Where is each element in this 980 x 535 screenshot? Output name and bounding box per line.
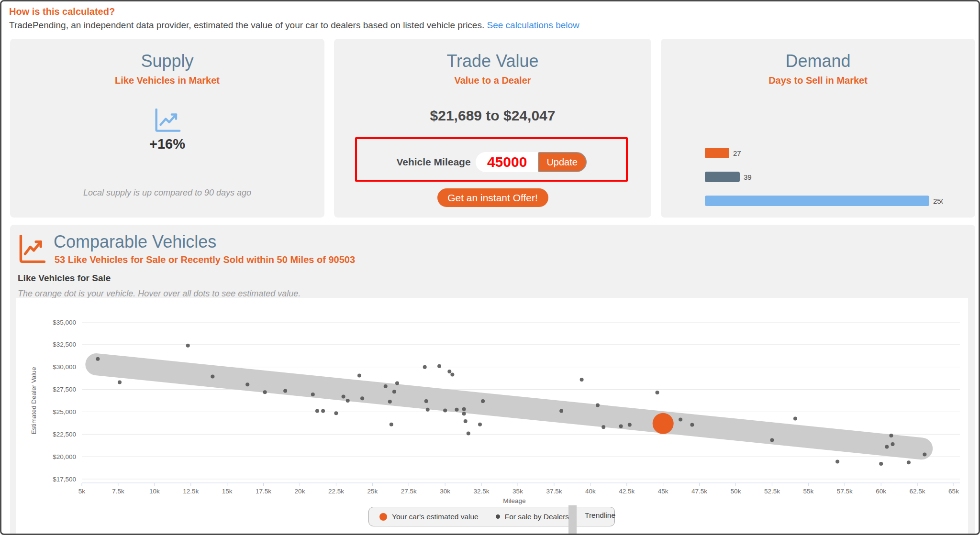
scatter-point[interactable] [437,364,441,368]
svg-text:42.5k: 42.5k [619,488,635,495]
scatter-point[interactable] [118,381,122,384]
scatter-chart-card: $17,500$20,000$22,500$25,000$27,500$30,0… [16,298,968,535]
header-body: TradePending, an independent data provid… [9,20,918,31]
orange-dot-icon [379,513,387,521]
scatter-point[interactable] [690,423,694,427]
svg-text:$22,500: $22,500 [53,431,76,438]
scatter-point[interactable] [770,438,774,442]
scatter-point[interactable] [443,409,447,413]
demand-bar[interactable] [705,172,740,182]
scatter-point[interactable] [580,378,584,382]
scatter-point[interactable] [879,462,883,466]
scatter-point[interactable] [464,419,468,423]
scatter-point[interactable] [392,390,396,393]
scatter-point[interactable] [263,390,267,394]
demand-bar[interactable] [705,196,929,206]
trade-value-range: $21,689 to $24,047 [334,108,651,124]
scatter-point[interactable] [321,409,325,413]
scatter-point[interactable] [426,408,430,412]
vehicle-mileage-label: Vehicle Mileage [396,156,470,168]
demand-bar-value: 27 [733,149,741,157]
chart-hint-note: The orange dot is your vehicle. Hover ov… [18,289,301,299]
scatter-point[interactable] [462,407,466,411]
scatter-point[interactable] [447,370,451,373]
scatter-chart[interactable]: $17,500$20,000$22,500$25,000$27,500$30,0… [16,298,968,506]
update-button[interactable]: Update [538,152,587,172]
demand-bar[interactable] [705,148,729,158]
scatter-point[interactable] [835,460,839,464]
scatter-point[interactable] [395,382,399,385]
scatter-point[interactable] [462,412,466,415]
gray-dot-icon [496,514,500,519]
trendline-swatch-icon [568,505,577,535]
scatter-point[interactable] [628,423,632,427]
scatter-point[interactable] [481,399,485,403]
your-vehicle-point[interactable] [653,413,674,434]
scatter-point[interactable] [455,408,459,412]
svg-text:22.5k: 22.5k [328,488,344,495]
scatter-point[interactable] [478,423,482,426]
scatter-point[interactable] [342,395,345,399]
legend-your-car-label: Your car's estimated value [392,513,479,521]
scatter-point[interactable] [601,425,605,429]
header-body-text: TradePending, an independent data provid… [9,20,484,30]
vehicle-mileage-input[interactable] [476,152,539,172]
scatter-point[interactable] [889,434,893,437]
svg-text:5k: 5k [78,488,86,495]
supply-heading: Supply [10,51,324,71]
svg-text:$17,500: $17,500 [53,476,76,483]
scatter-point[interactable] [357,374,361,378]
scatter-point[interactable] [390,423,393,426]
scatter-point[interactable] [793,417,797,421]
svg-text:7.5k: 7.5k [112,488,124,495]
scatter-point[interactable] [656,391,659,394]
svg-text:$25,000: $25,000 [53,408,76,415]
supply-subheading: Like Vehicles in Market [10,75,324,86]
svg-text:62.5k: 62.5k [910,488,925,495]
scatter-point[interactable] [596,403,600,407]
scatter-point[interactable] [311,393,315,396]
svg-text:45k: 45k [658,488,668,495]
svg-text:$27,500: $27,500 [53,386,76,393]
scatter-point[interactable] [388,400,392,404]
legend-item-your-car[interactable]: Your car's estimated value [379,513,479,521]
scatter-point[interactable] [450,373,454,377]
scatter-point[interactable] [211,374,214,378]
scatter-point[interactable] [423,365,427,369]
svg-text:37.5k: 37.5k [546,488,562,495]
trendline-band [96,364,922,448]
scatter-point[interactable] [360,396,364,400]
scatter-point[interactable] [186,344,190,348]
scatter-point[interactable] [96,357,100,361]
scatter-point[interactable] [679,417,682,421]
svg-text:17.5k: 17.5k [256,488,271,495]
demand-card: Demand Days to Sell in Market 2739250 Yo… [661,39,975,218]
scatter-point[interactable] [346,399,350,403]
section-title: Comparable Vehicles [54,232,216,252]
scatter-point[interactable] [467,431,470,435]
list-heading: Like Vehicles for Sale [18,273,111,284]
header-title: How is this calculated? [9,5,918,18]
supply-note: Local supply is up compared to 90 days a… [10,188,324,198]
scatter-point[interactable] [907,460,911,464]
legend-item-dealers[interactable]: For sale by Dealers [496,513,569,521]
scatter-point[interactable] [315,409,319,413]
scatter-point[interactable] [885,445,889,449]
svg-text:47.5k: 47.5k [691,488,707,495]
legend-trendline-label[interactable]: Trendline [585,511,615,520]
scatter-point[interactable] [424,399,428,403]
scatter-point[interactable] [619,424,623,428]
scatter-point[interactable] [559,409,563,413]
scatter-point[interactable] [283,389,287,393]
scatter-point[interactable] [334,411,338,415]
supply-card: Supply Like Vehicles in Market +16% Loca… [10,39,324,218]
svg-text:$35,000: $35,000 [53,319,76,326]
scatter-point[interactable] [891,442,895,446]
scatter-point[interactable] [384,384,388,388]
instant-offer-button[interactable]: Get an instant Offer! [437,188,548,207]
see-calculations-link[interactable]: See calculations below [487,20,579,30]
scatter-point[interactable] [923,453,926,457]
svg-text:12.5k: 12.5k [183,488,199,495]
scatter-point[interactable] [245,382,249,386]
section-subtitle: 53 Like Vehicles for Sale or Recently So… [55,254,355,265]
